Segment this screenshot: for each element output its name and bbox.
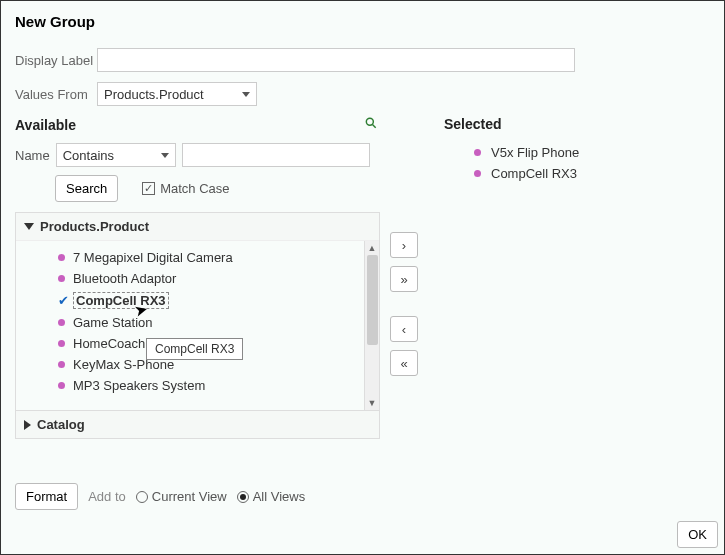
bullet-icon: [58, 361, 65, 368]
bullet-icon: [58, 254, 65, 261]
radio-icon: [237, 491, 249, 503]
chevron-down-icon: [161, 153, 169, 158]
all-views-radio[interactable]: All Views: [237, 489, 306, 504]
checkbox-icon: ✓: [142, 182, 155, 195]
ok-button[interactable]: OK: [677, 521, 718, 548]
bullet-icon: [58, 275, 65, 282]
bullet-icon: [58, 382, 65, 389]
display-label-input[interactable]: [97, 48, 575, 72]
values-from-label: Values From: [15, 87, 97, 102]
name-filter-label: Name: [15, 148, 50, 163]
move-all-left-button[interactable]: «: [390, 350, 418, 376]
add-to-label: Add to: [88, 489, 126, 504]
list-item[interactable]: 7 Megapixel Digital Camera: [16, 247, 364, 268]
list-item[interactable]: MP3 Speakers System: [16, 375, 364, 396]
move-all-right-button[interactable]: »: [390, 266, 418, 292]
item-label: CompCell RX3: [73, 292, 169, 309]
item-label: V5x Flip Phone: [491, 145, 579, 160]
current-view-radio[interactable]: Current View: [136, 489, 227, 504]
scroll-up-icon[interactable]: ▲: [365, 241, 379, 255]
display-label-label: Display Label: [15, 53, 97, 68]
available-title: Available: [15, 117, 76, 133]
list-item[interactable]: ✔ CompCell RX3: [16, 289, 364, 312]
dialog-title: New Group: [15, 13, 710, 30]
list-item[interactable]: Bluetooth Adaptor: [16, 268, 364, 289]
radio-icon: [136, 491, 148, 503]
scrollbar[interactable]: ▲ ▼: [364, 241, 379, 410]
expand-right-icon: [24, 420, 31, 430]
match-case-checkbox[interactable]: ✓ Match Case: [142, 181, 229, 196]
bullet-icon: [58, 340, 65, 347]
tree-footer-catalog[interactable]: Catalog: [16, 410, 379, 438]
all-views-label: All Views: [253, 489, 306, 504]
values-from-combo[interactable]: Products.Product: [97, 82, 257, 106]
bullet-icon: [474, 149, 481, 156]
check-icon: ✔: [58, 293, 65, 308]
chevron-down-icon: [242, 92, 250, 97]
tree-header-label: Products.Product: [40, 219, 149, 234]
expand-down-icon: [24, 223, 34, 230]
svg-line-1: [372, 124, 375, 127]
selected-title: Selected: [444, 116, 710, 132]
format-button[interactable]: Format: [15, 483, 78, 510]
values-from-row: Values From Products.Product: [15, 82, 710, 106]
tooltip: CompCell RX3: [146, 338, 243, 360]
values-from-selected: Products.Product: [104, 87, 204, 102]
selected-list: V5x Flip Phone CompCell RX3: [444, 142, 710, 184]
scroll-thumb[interactable]: [367, 255, 378, 345]
scroll-down-icon[interactable]: ▼: [365, 396, 379, 410]
current-view-label: Current View: [152, 489, 227, 504]
name-filter-input[interactable]: [182, 143, 370, 167]
name-operator-combo[interactable]: Contains: [56, 143, 176, 167]
bullet-icon: [474, 170, 481, 177]
list-item[interactable]: Game Station: [16, 312, 364, 333]
tree-header-products[interactable]: Products.Product: [16, 213, 379, 240]
svg-point-0: [366, 118, 373, 125]
search-button[interactable]: Search: [55, 175, 118, 202]
list-item[interactable]: CompCell RX3: [444, 163, 710, 184]
bullet-icon: [58, 319, 65, 326]
move-left-button[interactable]: ‹: [390, 316, 418, 342]
item-label: Bluetooth Adaptor: [73, 271, 176, 286]
match-case-label: Match Case: [160, 181, 229, 196]
available-list: 7 Megapixel Digital Camera Bluetooth Ada…: [16, 241, 364, 410]
tree-footer-label: Catalog: [37, 417, 85, 432]
item-label: 7 Megapixel Digital Camera: [73, 250, 233, 265]
move-right-button[interactable]: ›: [390, 232, 418, 258]
item-label: MP3 Speakers System: [73, 378, 205, 393]
name-operator-selected: Contains: [63, 148, 114, 163]
item-label: CompCell RX3: [491, 166, 577, 181]
display-label-row: Display Label: [15, 48, 710, 72]
search-icon[interactable]: [364, 116, 378, 133]
list-item[interactable]: V5x Flip Phone: [444, 142, 710, 163]
